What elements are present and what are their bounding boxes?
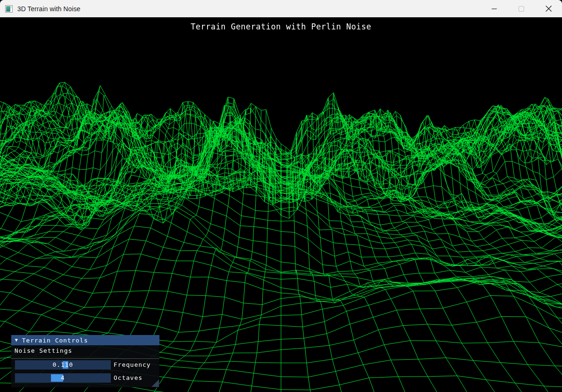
app-icon-picture <box>6 6 10 12</box>
panel-title: Terrain Controls <box>22 337 88 344</box>
noise-settings-label: Noise Settings <box>14 347 72 354</box>
frequency-value: 0.110 <box>15 360 111 370</box>
window-title: 3D Terrain with Noise <box>17 5 80 13</box>
frequency-label: Frequency <box>114 360 158 370</box>
separator <box>11 358 159 359</box>
minimize-button[interactable] <box>481 0 508 17</box>
window-controls <box>481 0 562 17</box>
frequency-slider[interactable]: 0.110 <box>15 360 111 370</box>
octaves-slider[interactable]: 4 <box>15 373 111 383</box>
terrain-controls-panel: ▼ Terrain Controls Noise Settings 0.110 … <box>11 335 159 387</box>
maximize-icon <box>519 6 524 12</box>
resize-grip-icon[interactable] <box>151 379 159 387</box>
app-icon-strip <box>11 6 12 8</box>
panel-header[interactable]: ▼ Terrain Controls <box>11 335 159 345</box>
window-titlebar[interactable]: 3D Terrain with Noise <box>0 0 562 17</box>
close-button[interactable] <box>535 0 562 17</box>
minimize-icon <box>491 6 497 12</box>
scene-title: Terrain Generation with Perlin Noise <box>0 22 562 31</box>
render-viewport: Terrain Generation with Perlin Noise ▼ T… <box>0 17 562 392</box>
app-icon <box>5 5 13 13</box>
octaves-value: 4 <box>15 373 111 383</box>
close-icon <box>546 6 552 12</box>
collapse-arrow-icon[interactable]: ▼ <box>15 335 18 345</box>
maximize-button[interactable] <box>508 0 535 17</box>
